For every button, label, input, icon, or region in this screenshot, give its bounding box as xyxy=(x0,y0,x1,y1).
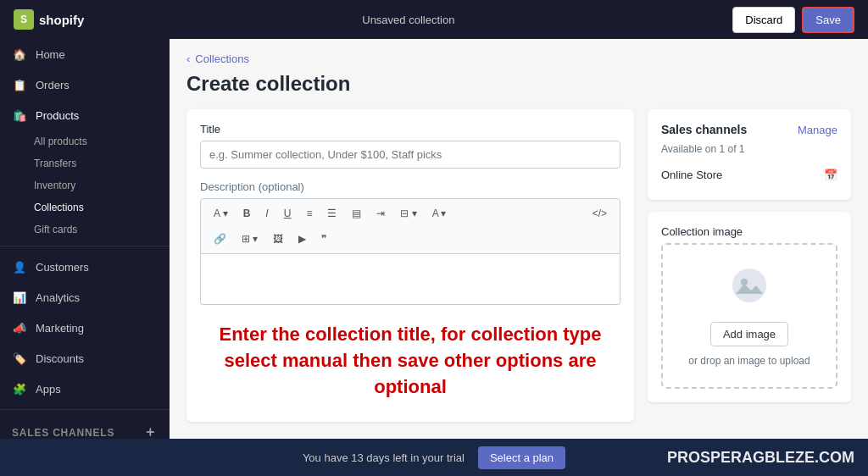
toolbar-list-btn[interactable]: ⊟ ▾ xyxy=(394,204,422,223)
toolbar-bold-btn[interactable]: B xyxy=(237,204,257,223)
toolbar-align-left-btn[interactable]: ≡ xyxy=(300,204,318,223)
available-text: Available on 1 of 1 xyxy=(661,143,837,155)
sidebar-item-marketing[interactable]: 📣 Marketing xyxy=(0,313,170,343)
analytics-icon: 📊 xyxy=(12,290,27,305)
discard-button[interactable]: Discard xyxy=(732,7,795,33)
sidebar-item-home[interactable]: 🏠 Home xyxy=(0,39,170,69)
top-bar-title: Unsaved collection xyxy=(362,14,454,26)
sidebar-item-apps[interactable]: 🧩 Apps xyxy=(0,374,170,404)
sidebar-item-label: Customers xyxy=(36,261,89,274)
image-drop-area[interactable]: Add image or drop an image to upload xyxy=(661,243,837,389)
marketing-icon: 📣 xyxy=(12,320,27,335)
form-side: Sales channels Manage Available on 1 of … xyxy=(648,109,851,402)
toolbar-color-btn[interactable]: A ▾ xyxy=(426,204,453,223)
toolbar-image-btn[interactable]: 🖼 xyxy=(267,230,289,248)
shopify-logo-text: shopify xyxy=(39,13,84,27)
toolbar-font-btn[interactable]: A ▾ xyxy=(208,204,234,223)
sidebar-divider-2 xyxy=(0,409,170,410)
sales-channels-card: Sales channels Manage Available on 1 of … xyxy=(648,109,851,200)
sidebar-sub-gift-cards[interactable]: Gift cards xyxy=(0,219,170,241)
sidebar-item-discounts[interactable]: 🏷️ Discounts xyxy=(0,343,170,374)
main-layout: 🏠 Home 📋 Orders 🛍️ Products All products… xyxy=(0,39,868,439)
collection-image-card: Collection image Add image or drop an im… xyxy=(648,212,851,402)
sidebar-sub-all-products[interactable]: All products xyxy=(0,130,170,152)
breadcrumb-back-icon: ‹ xyxy=(186,53,190,65)
breadcrumb[interactable]: ‹ Collections xyxy=(186,53,851,65)
page-title: Create collection xyxy=(186,72,851,96)
channel-calendar-icon[interactable]: 📅 xyxy=(824,169,837,181)
sidebar-item-analytics[interactable]: 📊 Analytics xyxy=(0,282,170,313)
home-icon: 🏠 xyxy=(12,47,27,62)
description-label: Description (optional) xyxy=(200,180,620,193)
add-image-button[interactable]: Add image xyxy=(710,322,788,346)
content-area: ‹ Collections Create collection Title De… xyxy=(170,39,868,439)
toolbar-blockquote-btn[interactable]: ❞ xyxy=(315,230,332,248)
sales-channels-group-label: SALES CHANNELS ＋ xyxy=(0,415,170,439)
channel-row: Online Store 📅 xyxy=(661,163,837,186)
bottom-bar: You have 13 days left in your trial Sele… xyxy=(0,439,868,476)
toolbar-indent-btn[interactable]: ⇥ xyxy=(370,204,391,223)
manage-link[interactable]: Manage xyxy=(798,124,837,136)
apps-icon: 🧩 xyxy=(12,381,27,396)
sales-channels-label: SALES CHANNELS xyxy=(12,427,114,439)
customers-icon: 👤 xyxy=(12,259,27,274)
drop-text: or drop an image to upload xyxy=(688,355,810,367)
toolbar-underline-btn[interactable]: U xyxy=(278,204,298,223)
form-row: Title Description (optional) A ▾ B I U ≡… xyxy=(186,109,851,439)
sidebar: 🏠 Home 📋 Orders 🛍️ Products All products… xyxy=(0,39,170,439)
toolbar-link-btn[interactable]: 🔗 xyxy=(208,230,232,248)
editor-toolbar: A ▾ B I U ≡ ☰ ▤ ⇥ ⊟ ▾ A ▾ </> 🔗 xyxy=(200,198,620,254)
toolbar-source-btn[interactable]: </> xyxy=(587,204,613,223)
sidebar-item-label: Marketing xyxy=(36,322,84,335)
channel-name: Online Store xyxy=(661,169,722,181)
sidebar-sub-inventory[interactable]: Inventory xyxy=(0,174,170,196)
top-bar: S shopify Unsaved collection Discard Sav… xyxy=(0,0,868,39)
toolbar-italic-btn[interactable]: I xyxy=(259,204,274,223)
trial-text: You have 13 days left in your trial xyxy=(303,451,465,464)
toolbar-table-btn[interactable]: ⊞ ▾ xyxy=(236,230,264,248)
toolbar-align-center-btn[interactable]: ☰ xyxy=(321,204,342,223)
save-button[interactable]: Save xyxy=(802,7,854,33)
top-bar-left: S shopify xyxy=(14,9,84,30)
toolbar-video-btn[interactable]: ▶ xyxy=(292,230,312,248)
form-main: Title Description (optional) A ▾ B I U ≡… xyxy=(186,109,634,439)
add-channel-icon[interactable]: ＋ xyxy=(143,423,158,439)
sidebar-item-label: Products xyxy=(36,109,79,122)
sidebar-item-label: Orders xyxy=(36,79,70,91)
svg-point-0 xyxy=(732,268,766,302)
sidebar-item-products[interactable]: 🛍️ Products xyxy=(0,100,170,130)
products-icon: 🛍️ xyxy=(12,108,27,123)
toolbar-align-justify-btn[interactable]: ▤ xyxy=(346,204,367,223)
sidebar-item-label: Apps xyxy=(36,383,61,396)
sidebar-item-label: Home xyxy=(36,48,65,61)
sidebar-item-orders[interactable]: 📋 Orders xyxy=(0,69,170,100)
title-field-label: Title xyxy=(200,123,620,136)
editor-body[interactable] xyxy=(200,254,620,305)
shopify-logo-icon: S xyxy=(14,9,34,30)
watermark-text: PROSPERAGBLEZE.COM xyxy=(667,449,854,467)
breadcrumb-label: Collections xyxy=(195,53,249,65)
discounts-icon: 🏷️ xyxy=(12,351,27,366)
image-placeholder-icon xyxy=(729,265,770,313)
sidebar-item-customers[interactable]: 👤 Customers xyxy=(0,252,170,282)
orders-icon: 📋 xyxy=(12,77,27,92)
collection-image-title: Collection image xyxy=(661,225,837,238)
sidebar-divider xyxy=(0,246,170,246)
sales-channels-title: Sales channels xyxy=(661,123,747,136)
title-input[interactable] xyxy=(200,141,620,169)
shopify-logo: S shopify xyxy=(14,9,84,30)
sales-card-header: Sales channels Manage xyxy=(661,123,837,136)
sidebar-sub-transfers[interactable]: Transfers xyxy=(0,152,170,174)
top-bar-actions: Discard Save xyxy=(732,7,854,33)
sidebar-item-label: Analytics xyxy=(36,291,80,304)
title-card: Title Description (optional) A ▾ B I U ≡… xyxy=(186,109,634,422)
select-plan-button[interactable]: Select a plan xyxy=(478,446,565,469)
sidebar-item-label: Discounts xyxy=(36,352,84,365)
overlay-instruction: Enter the collection title, for collecti… xyxy=(200,305,620,408)
sidebar-sub-collections[interactable]: Collections xyxy=(0,196,170,219)
